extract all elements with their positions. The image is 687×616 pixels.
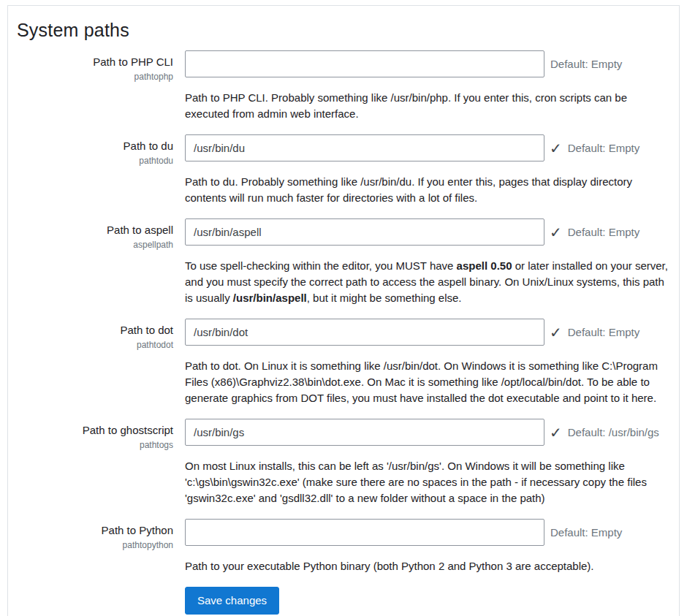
setting-description: Path to PHP CLI. Probably something like… (185, 90, 670, 122)
settings-form: Path to PHP CLI pathtophp Default: Empty… (17, 50, 670, 574)
setting-input-line: ✓ Default: /usr/bin/gs (185, 419, 670, 446)
setting-label: Path to ghostscript (17, 423, 173, 438)
setting-description: Path to dot. On Linux it is something li… (185, 358, 670, 406)
pathtophp-input[interactable] (185, 50, 544, 77)
setting-label: Path to aspell (17, 223, 173, 237)
setting-row-aspellpath: Path to aspell aspellpath ✓ Default: Emp… (17, 218, 670, 306)
setting-label: Path to dot (17, 323, 173, 338)
setting-input-line: ✓ Default: Empty (185, 319, 670, 346)
default-value-text: Default: /usr/bin/gs (568, 426, 659, 438)
check-icon: ✓ (550, 141, 562, 156)
page-title: System paths (17, 18, 670, 42)
check-icon: ✓ (550, 425, 562, 440)
description-segment: Path to du. Probably something like /usr… (185, 175, 632, 204)
description-segment: On most Linux installs, this can be left… (185, 460, 647, 504)
setting-input-line: ✓ Default: Empty (185, 134, 670, 161)
settings-card: System paths Path to PHP CLI pathtophp D… (7, 5, 680, 616)
description-segment: aspell 0.50 (457, 259, 512, 272)
default-value-text: Default: Empty (568, 142, 639, 154)
form-actions: Save changes (17, 587, 670, 615)
default-value-text: Default: Empty (550, 58, 622, 70)
setting-input-line: Default: Empty (185, 50, 670, 77)
setting-description: Path to your executable Python binary (b… (185, 558, 670, 574)
description-segment: Path to your executable Python binary (b… (185, 560, 594, 572)
setting-description: To use spell-checking within the editor,… (185, 258, 670, 306)
description-segment: To use spell-checking within the editor,… (185, 259, 457, 272)
save-changes-button[interactable]: Save changes (185, 587, 279, 615)
setting-shortname: pathtopython (17, 539, 173, 551)
pathtopython-input[interactable] (185, 519, 544, 546)
setting-input-line: ✓ Default: Empty (185, 218, 670, 246)
pathtodu-input[interactable] (185, 134, 544, 161)
description-segment: Path to PHP CLI. Probably something like… (185, 91, 627, 120)
setting-row-pathtophp: Path to PHP CLI pathtophp Default: Empty… (17, 50, 670, 122)
setting-description: On most Linux installs, this can be left… (185, 458, 670, 506)
setting-shortname: pathtodot (17, 339, 173, 351)
setting-row-pathtodot: Path to dot pathtodot ✓ Default: Empty P… (17, 319, 670, 406)
description-segment: Path to dot. On Linux it is something li… (185, 360, 658, 404)
setting-label: Path to PHP CLI (17, 55, 173, 69)
setting-label: Path to du (17, 139, 173, 153)
pathtodot-input[interactable] (185, 319, 544, 346)
setting-row-pathtogs: Path to ghostscript pathtogs ✓ Default: … (17, 419, 670, 506)
setting-shortname: pathtodu (17, 155, 173, 167)
pathtogs-input[interactable] (185, 419, 544, 446)
check-icon: ✓ (550, 325, 562, 340)
default-value-text: Default: Empty (550, 526, 622, 539)
default-value-text: Default: Empty (568, 326, 639, 338)
setting-shortname: aspellpath (17, 239, 173, 251)
description-segment: , but it might be something else. (307, 292, 462, 304)
setting-row-pathtopython: Path to Python pathtopython Default: Emp… (17, 519, 670, 574)
setting-row-pathtodu: Path to du pathtodu ✓ Default: Empty Pat… (17, 134, 670, 206)
default-value-text: Default: Empty (568, 226, 639, 238)
setting-shortname: pathtophp (17, 71, 173, 83)
description-segment: /usr/bin/aspell (233, 292, 307, 304)
setting-label: Path to Python (17, 523, 173, 538)
setting-shortname: pathtogs (17, 439, 173, 451)
setting-input-line: Default: Empty (185, 519, 670, 546)
setting-description: Path to du. Probably something like /usr… (185, 174, 670, 206)
aspellpath-input[interactable] (185, 218, 544, 246)
check-icon: ✓ (550, 225, 562, 240)
